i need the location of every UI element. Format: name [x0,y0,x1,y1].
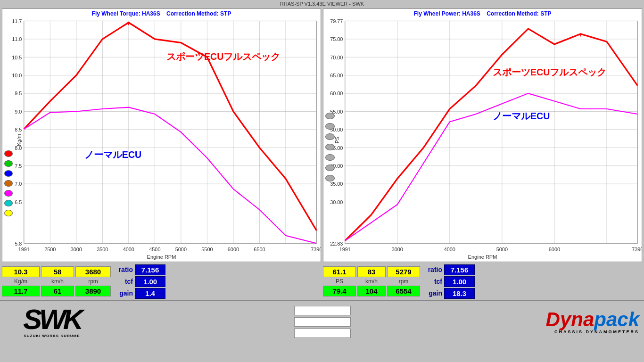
svg-text:3500: 3500 [97,247,108,252]
right-tcf-row: tcf 1.00 [423,276,475,287]
svg-text:79.77: 79.77 [330,18,343,24]
left-cell-1: 10.3 Kg/m 11.7 [2,266,40,296]
legend-red [4,150,13,157]
legend-blue [4,170,13,177]
svg-text:スポーツECUフルスペック: スポーツECUフルスペック [166,51,280,62]
left-cell-3: 3680 rpm 3890 [75,266,111,296]
left-ratio-val: 7.156 [135,264,165,275]
svg-text:2500: 2500 [44,247,56,252]
right-data-panel: 61.1 PS 79.4 83 km/h 104 5279 rpm 6554 r… [323,264,642,299]
left-val1-yellow: 10.3 [2,266,40,277]
left-val3-green: 3890 [75,286,111,296]
left-data-panel: 10.3 Kg/m 11.7 58 km/h 61 3680 rpm 3890 … [2,264,321,299]
left-x-axis-label: Engine RPM [2,254,321,261]
right-val1-yellow: 61.1 [323,266,356,277]
right-tcf-label: tcf [423,278,442,285]
right-val3-green: 6554 [387,286,420,296]
right-val2-yellow: 83 [357,266,386,277]
right-cell-1: 61.1 PS 79.4 [323,266,356,296]
left-chart-title: Fly Wheel Torque: HA36S Correction Metho… [92,10,231,17]
legend-green [4,160,13,167]
svg-text:65.00: 65.00 [330,73,343,78]
left-legend [4,150,13,216]
svg-text:9.5: 9.5 [15,90,22,96]
svg-text:4500: 4500 [149,247,160,252]
svg-text:7.0: 7.0 [15,181,22,187]
right-unit3: rpm [387,278,420,285]
legend-oval-5 [325,154,335,161]
left-val2-yellow: 58 [41,266,74,277]
svg-text:7390: 7390 [632,247,642,252]
right-chart-container: PS [323,18,642,262]
svg-text:22.83: 22.83 [330,241,343,247]
legend-oval-4 [325,144,335,150]
right-chart-header: Fly Wheel Power: HA36S Correction Method… [323,9,642,18]
svg-text:5000: 5000 [175,247,187,252]
right-x-axis-label: Engine RPM [323,254,642,261]
svg-text:7390: 7390 [311,247,321,252]
center-box-3 [294,329,351,338]
left-unit3: rpm [75,278,111,285]
right-cell-3: 5279 rpm 6554 [387,266,420,296]
right-unit2: km/h [357,278,386,285]
svg-text:5000: 5000 [496,247,508,252]
svg-text:5500: 5500 [201,247,213,252]
right-val3-yellow: 5279 [387,266,420,277]
dynapack-logo: Dynapack CHASSIS DYNAMOMETERS [546,310,639,334]
svg-text:4000: 4000 [123,247,134,252]
svg-text:35.00: 35.00 [330,181,343,187]
left-tcf-row: tcf 1.00 [114,276,165,287]
center-box-2 [294,317,351,327]
right-tcf-val: 1.00 [444,276,475,287]
legend-oval-7 [325,175,335,181]
right-gain-val: 18.3 [444,288,475,299]
legend-oval-3 [325,133,335,140]
right-ratio-val: 7.156 [444,264,475,275]
right-unit1: PS [323,278,356,285]
left-tcf-label: tcf [114,278,133,285]
left-gain-val: 1.4 [135,288,165,299]
svg-text:4000: 4000 [444,247,455,252]
svg-text:11.0: 11.0 [12,36,22,42]
svg-text:3000: 3000 [71,247,82,252]
swk-subtitle: SUZUKI WORKS KURUME [24,334,80,338]
legend-magenta [4,190,13,197]
data-row: 10.3 Kg/m 11.7 58 km/h 61 3680 rpm 3890 … [0,263,644,300]
svg-text:60.00: 60.00 [330,90,343,96]
svg-text:6500: 6500 [254,247,265,252]
svg-text:1991: 1991 [18,247,30,252]
svg-text:6.5: 6.5 [15,199,22,205]
svg-text:スポーツECUフルスペック: スポーツECUフルスペック [493,67,606,77]
dynapack-subtitle: CHASSIS DYNAMOMETERS [554,329,639,334]
svg-text:7.5: 7.5 [15,163,22,169]
svg-text:8.5: 8.5 [15,127,22,132]
swk-text: SWK [23,305,81,334]
right-ratio-row: ratio 7.156 [423,264,475,275]
left-val3-yellow: 3680 [75,266,111,277]
left-val2-green: 61 [41,286,74,296]
svg-text:70.00: 70.00 [330,55,343,60]
right-gain-label: gain [423,289,442,297]
left-chart-panel: Fly Wheel Torque: HA36S Correction Metho… [2,8,321,262]
svg-text:11.7: 11.7 [12,18,22,24]
left-unit1: Kg/m [2,278,40,285]
left-ratio-row: ratio 7.156 [114,264,165,275]
legend-oval-2 [325,123,335,130]
left-gain-row: gain 1.4 [114,288,165,299]
legend-oval-6 [325,165,335,171]
left-ratio-block: ratio 7.156 tcf 1.00 gain 1.4 [114,264,165,299]
left-chart-svg: 11.7 11.0 10.5 10.0 9.5 9.0 8.5 8.0 7.5 … [2,18,321,262]
svg-text:ノーマルECU: ノーマルECU [84,149,141,160]
right-chart-title: Fly Wheel Power: HA36S Correction Method… [413,10,551,17]
svg-text:1991: 1991 [339,247,351,252]
title-bar: RHAS-SP V1.3.43E VIEWER - SWK [0,0,644,8]
right-chart-panel: Fly Wheel Power: HA36S Correction Method… [323,8,642,262]
legend-oval-1 [325,113,335,119]
legend-cyan [4,200,13,206]
left-chart-container: Kg/m [2,18,321,262]
right-chart-svg: 79.77 75.00 70.00 65.00 60.00 55.00 50.0… [323,18,642,262]
left-tcf-val: 1.00 [135,276,165,287]
svg-text:75.00: 75.00 [330,36,343,42]
svg-text:9.0: 9.0 [15,109,22,115]
left-chart-header: Fly Wheel Torque: HA36S Correction Metho… [2,9,321,18]
